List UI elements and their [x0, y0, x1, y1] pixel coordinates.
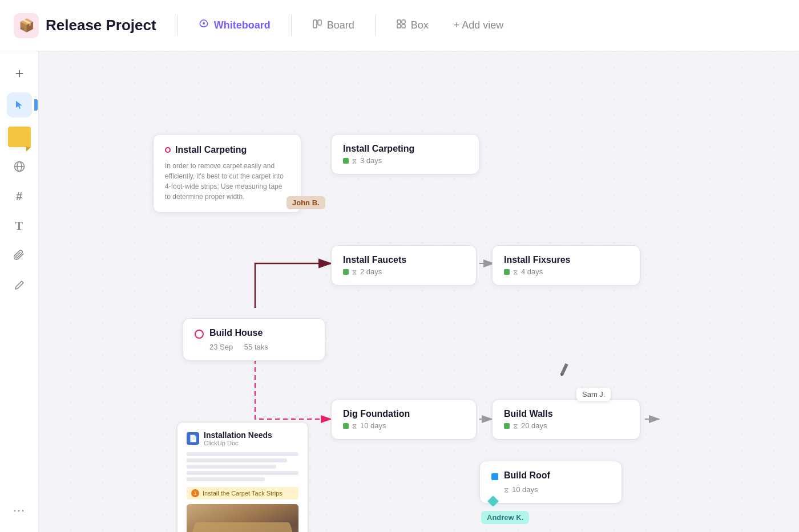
node-days: 10 days [360, 421, 386, 430]
label-john-b: John B. [286, 196, 325, 209]
highlight-text: Install the Carpet Tack Strips [203, 490, 283, 497]
whiteboard-label: Whiteboard [214, 19, 271, 31]
tool-grid[interactable]: # [7, 184, 32, 209]
add-view-button[interactable]: + Add view [445, 15, 513, 36]
status-indicator [165, 147, 171, 153]
box-icon [396, 19, 406, 32]
status-dot [343, 269, 349, 275]
node-dig-foundation[interactable]: Dig Foundation ⧖ 10 days [331, 399, 477, 440]
node-title: Build House [209, 328, 263, 338]
node-install-carpeting-expanded[interactable]: Install Carpeting In order to remove car… [153, 134, 301, 213]
status-dot [343, 423, 349, 429]
node-install-faucets[interactable]: Install Faucets ⧖ 2 days [331, 245, 477, 286]
doc-image [187, 504, 298, 532]
node-description: In order to remove carpet easily and eff… [165, 161, 289, 202]
board-icon [312, 19, 322, 32]
build-house-date: 23 Sep [209, 343, 233, 351]
tool-attach[interactable] [7, 243, 32, 268]
node-days: 4 days [521, 267, 543, 276]
project-icon: 📦 [14, 13, 39, 38]
svg-rect-2 [318, 20, 321, 25]
tool-sticky[interactable] [8, 127, 31, 147]
node-meta: ⧖ 20 days [504, 421, 628, 430]
tool-more[interactable]: ··· [7, 498, 32, 523]
node-title: Dig Foundation [343, 409, 465, 419]
divider3 [375, 15, 376, 36]
node-build-roof[interactable]: Build Roof ⧖ 10 days [479, 461, 622, 503]
svg-rect-3 [397, 20, 401, 23]
node-build-house[interactable]: Build House 23 Sep 55 taks [183, 318, 325, 361]
tab-whiteboard[interactable]: Whiteboard [189, 14, 280, 37]
node-title: Install Faucets [343, 255, 465, 265]
node-title: Install Carpeting [175, 145, 247, 155]
doc-highlight: 1 Install the Carpet Tack Strips [187, 487, 298, 499]
node-meta: ⧖ 2 days [343, 267, 465, 276]
canvas-background [39, 51, 799, 532]
node-days: 20 days [521, 421, 547, 430]
node-build-walls[interactable]: Build Walls ⧖ 20 days [492, 399, 640, 440]
node-title: Build Walls [504, 409, 628, 419]
tool-globe[interactable] [7, 154, 32, 179]
svg-rect-4 [402, 20, 405, 23]
status-dot [504, 269, 510, 275]
project-title: Release Project [46, 17, 156, 34]
doc-line [187, 477, 265, 481]
svg-rect-5 [397, 25, 401, 28]
doc-subtitle: ClickUp Doc [204, 440, 272, 446]
status-dot [504, 423, 510, 429]
node-days: 3 days [360, 156, 382, 165]
svg-rect-6 [402, 25, 405, 28]
doc-line [187, 458, 287, 462]
tools-sidebar: ＋ # T [0, 51, 39, 532]
build-house-status [195, 330, 204, 339]
node-installation-needs[interactable]: 📄 Installation Needs ClickUp Doc 1 Insta… [177, 422, 308, 532]
hourglass-icon: ⧖ [352, 422, 357, 430]
node-title: Build Roof [504, 470, 550, 481]
node-title: Install Fixsures [504, 255, 628, 265]
box-label: Box [411, 19, 429, 31]
build-house-tasks: 55 taks [244, 343, 268, 351]
node-days: 10 days [512, 485, 538, 494]
doc-line [187, 452, 298, 456]
svg-point-0 [203, 22, 205, 25]
divider2 [291, 15, 292, 36]
hourglass-icon: ⧖ [504, 486, 509, 494]
hourglass-icon: ⧖ [513, 422, 518, 430]
tool-pen[interactable] [7, 273, 32, 298]
build-roof-status [491, 473, 498, 480]
whiteboard-icon [198, 18, 209, 33]
whiteboard-canvas[interactable]: ＋ # T [0, 51, 799, 532]
hourglass-icon: ⧖ [513, 268, 518, 276]
node-meta: ⧖ 3 days [343, 156, 467, 165]
label-andrew-k: Andrew K. [481, 511, 529, 524]
hourglass-icon: ⧖ [352, 157, 357, 165]
label-sam-j: Sam J. [576, 388, 611, 401]
status-dot [343, 158, 349, 164]
doc-lines [187, 452, 298, 481]
node-install-fixsures[interactable]: Install Fixsures ⧖ 4 days [492, 245, 640, 286]
tool-add[interactable]: ＋ [7, 60, 32, 86]
node-meta: ⧖ 10 days [491, 485, 610, 494]
node-meta: ⧖ 4 days [504, 267, 628, 276]
topbar: 📦 Release Project Whiteboard Board [0, 0, 799, 51]
hourglass-icon: ⧖ [352, 268, 357, 276]
tool-pointer[interactable] [7, 92, 32, 117]
node-title: Install Carpeting [343, 144, 467, 154]
add-view-label: + Add view [454, 19, 504, 31]
doc-icon: 📄 [187, 432, 199, 445]
node-install-carpeting-compact[interactable]: Install Carpeting ⧖ 3 days [331, 134, 479, 174]
node-days: 2 days [360, 267, 382, 276]
board-label: Board [327, 19, 354, 31]
node-meta: ⧖ 10 days [343, 421, 465, 430]
tool-text[interactable]: T [7, 213, 32, 238]
topbar-divider [177, 15, 177, 36]
doc-header: 📄 Installation Needs ClickUp Doc [187, 431, 298, 446]
doc-line [187, 471, 298, 475]
doc-title: Installation Needs [204, 431, 272, 440]
svg-rect-1 [313, 20, 317, 28]
doc-line [187, 465, 276, 469]
tab-board[interactable]: Board [303, 14, 364, 36]
tab-box[interactable]: Box [387, 14, 438, 36]
node-header: Install Carpeting [165, 145, 289, 155]
